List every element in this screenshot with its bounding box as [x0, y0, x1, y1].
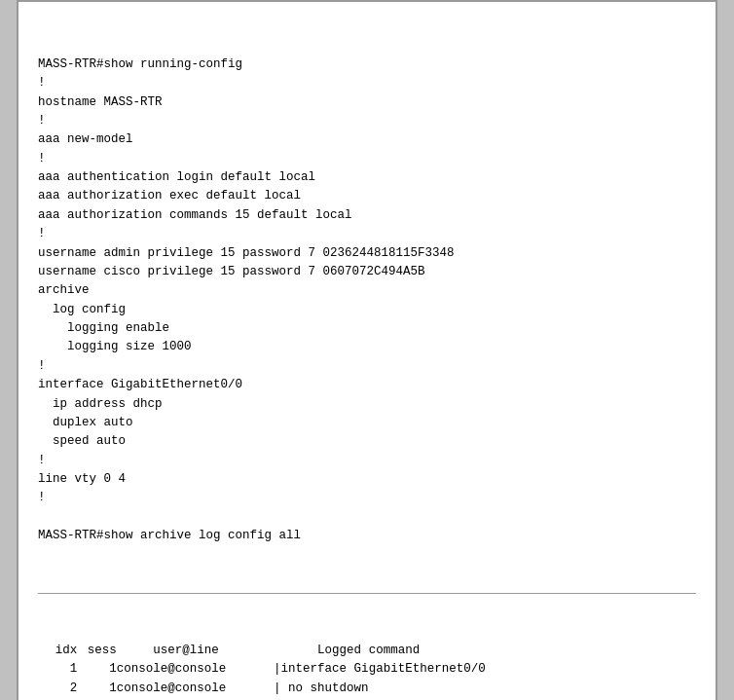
line-26: MASS-RTR#show archive log config all — [38, 529, 301, 542]
section-divider — [38, 593, 696, 594]
line-9: aaa authorization commands 15 default lo… — [38, 208, 352, 222]
line-7: aaa authentication login default local — [38, 170, 315, 184]
line-12: username cisco privilege 15 password 7 0… — [38, 265, 425, 278]
cell-user-at-line: console@console — [117, 680, 274, 698]
line-14: log config — [38, 303, 126, 316]
line-22: ! — [38, 454, 46, 467]
header-idx: idx — [38, 642, 77, 660]
table-row: 11console@console|interface GigabitEther… — [38, 660, 696, 679]
header-user-at-line: user@line — [117, 642, 274, 660]
line-20: duplex auto — [38, 416, 133, 429]
cell-user-at-line: console@console — [117, 660, 274, 679]
line-11: username admin privilege 15 password 7 0… — [38, 246, 455, 260]
table-row: 21console@console| no shutdown — [38, 680, 696, 698]
line-2: ! — [38, 76, 46, 90]
line-6: ! — [38, 152, 46, 166]
header-sess: sess — [77, 642, 116, 660]
line-10: ! — [38, 227, 46, 240]
cell-idx: 1 — [38, 660, 77, 679]
cell-sess: 1 — [77, 660, 116, 679]
archive-log-table: idx sess user@line Logged command 11cons… — [38, 642, 696, 700]
line-8: aaa authorization exec default local — [38, 189, 301, 203]
line-21: speed auto — [38, 434, 126, 448]
cell-command: |interface GigabitEthernet0/0 — [274, 660, 696, 679]
line-15: logging enable — [38, 321, 169, 335]
cell-command: | no shutdown — [274, 680, 696, 698]
terminal-window: MASS-RTR#show running-config ! hostname … — [17, 0, 717, 700]
line-13: archive — [38, 283, 90, 297]
line-1: MASS-RTR#show running-config — [38, 57, 242, 71]
cell-idx: 2 — [38, 680, 77, 698]
line-16: logging size 1000 — [38, 340, 192, 353]
header-logged-command: Logged command — [274, 642, 696, 660]
line-17: ! — [38, 359, 46, 373]
line-5: aaa new-model — [38, 132, 133, 146]
line-4: ! — [38, 114, 46, 128]
table-header-row: idx sess user@line Logged command — [38, 642, 696, 660]
config-output: MASS-RTR#show running-config ! hostname … — [38, 55, 696, 546]
line-3: hostname MASS-RTR — [38, 95, 163, 109]
line-23: line vty 0 4 — [38, 472, 126, 486]
cell-sess: 1 — [77, 680, 116, 698]
line-24: ! — [38, 491, 46, 504]
line-19: ip address dhcp — [38, 397, 163, 411]
line-18: interface GigabitEthernet0/0 — [38, 378, 242, 391]
